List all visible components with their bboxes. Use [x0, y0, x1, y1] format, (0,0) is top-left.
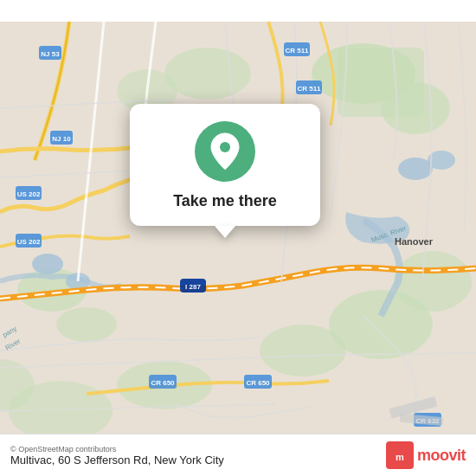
svg-text:CR 511: CR 511: [285, 47, 309, 55]
svg-point-5: [56, 307, 117, 342]
svg-rect-3: [338, 48, 424, 117]
osm-attribution: © OpenStreetMap contributors: [10, 445, 224, 453]
svg-point-14: [32, 254, 63, 274]
moovit-brand-text: moovit: [417, 447, 466, 465]
svg-text:Hanover: Hanover: [395, 236, 434, 247]
svg-point-47: [220, 142, 230, 152]
bottom-left: © OpenStreetMap contributors Multivac, 6…: [10, 445, 224, 466]
svg-text:US 202: US 202: [17, 190, 41, 198]
location-pin-icon: [209, 132, 241, 171]
location-label: Multivac, 60 S Jefferson Rd, New York Ci…: [10, 453, 224, 466]
moovit-logo-icon: m: [386, 441, 414, 469]
svg-text:CR 650: CR 650: [151, 379, 175, 387]
moovit-logo: m moovit: [386, 441, 466, 469]
svg-text:CR 511: CR 511: [297, 85, 321, 93]
map-svg: NJ 53 NJ 10 US 202 US 202 CR 511 CR 511 …: [0, 0, 476, 476]
svg-point-12: [164, 48, 251, 100]
take-me-there-button[interactable]: Take me there: [173, 192, 277, 210]
svg-text:CR 650: CR 650: [246, 379, 270, 387]
location-pin-container: [195, 121, 255, 182]
map-container: NJ 53 NJ 10 US 202 US 202 CR 511 CR 511 …: [0, 0, 476, 476]
bottom-bar: © OpenStreetMap contributors Multivac, 6…: [0, 434, 476, 476]
svg-text:I 287: I 287: [185, 283, 201, 291]
svg-text:m: m: [396, 452, 404, 462]
svg-text:NJ 10: NJ 10: [52, 135, 71, 143]
svg-point-8: [394, 251, 472, 312]
take-me-there-card[interactable]: Take me there: [130, 104, 320, 226]
svg-point-16: [398, 158, 433, 180]
svg-text:NJ 53: NJ 53: [41, 50, 60, 58]
svg-text:US 202: US 202: [17, 238, 41, 246]
